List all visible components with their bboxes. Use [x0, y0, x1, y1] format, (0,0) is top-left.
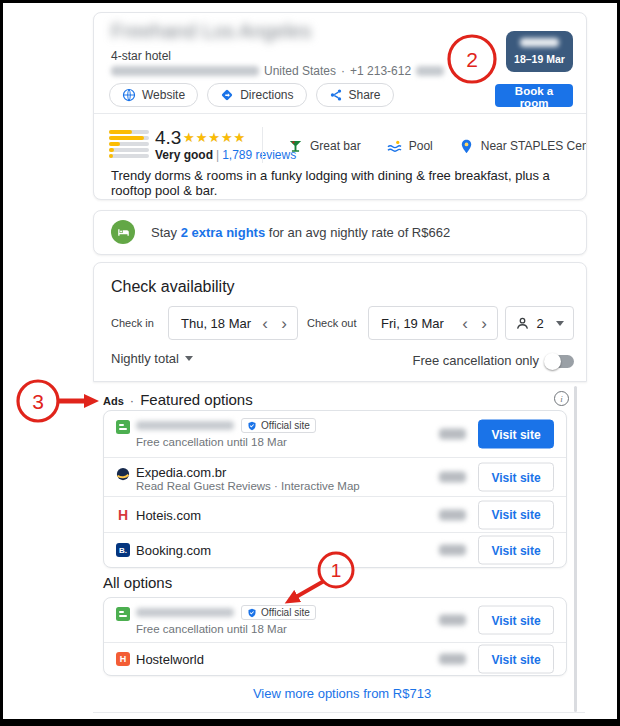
- info-icon[interactable]: i: [554, 391, 569, 406]
- card-divider: [94, 113, 586, 114]
- website-label: Website: [142, 88, 185, 102]
- nightly-total-label: Nightly total: [111, 351, 179, 366]
- ad-row-expedia[interactable]: Expedia.com.br Read Real Guest Reviews ·…: [104, 457, 566, 496]
- visit-site-button[interactable]: Visit site: [478, 420, 554, 449]
- expedia-icon: [116, 467, 130, 481]
- partner-name: Hostelworld: [136, 652, 204, 667]
- chip-dates: 18–19 Mar: [506, 53, 573, 65]
- guests-selector[interactable]: 2: [505, 306, 574, 340]
- redacted-phone-tail: [416, 66, 444, 76]
- visit-site-button[interactable]: Visit site: [478, 645, 554, 674]
- guests-count: 2: [536, 316, 543, 331]
- redacted-address: [111, 66, 259, 76]
- directions-label: Directions: [240, 88, 293, 102]
- promo-suffix: for an avg nightly rate of R$662: [265, 225, 450, 240]
- official-site-badge: Official site: [241, 418, 316, 433]
- availability-title: Check availability: [111, 278, 235, 296]
- reviews-link[interactable]: 1,789 reviews: [222, 148, 296, 162]
- scrollbar[interactable]: [574, 386, 577, 712]
- chevron-down-icon: [556, 321, 564, 326]
- redacted-partner-name: [136, 608, 234, 617]
- featured-options-card: Official site Free cancellation until 18…: [103, 410, 567, 568]
- ad-row-subtitle: Free cancellation until 18 Mar: [136, 436, 287, 448]
- date-prev-icon[interactable]: ‹: [459, 315, 471, 332]
- screenshot-frame: Freehand Los Angeles 4-star hotel United…: [0, 0, 620, 726]
- book-a-room-button[interactable]: Book a room: [495, 84, 573, 107]
- amenities-row: Great bar Pool Near STAPLES Center Near …: [288, 136, 586, 156]
- redacted-price: [439, 654, 466, 665]
- promo-prefix: Stay: [151, 225, 181, 240]
- date-prev-icon[interactable]: ‹: [259, 315, 271, 332]
- price-date-chip[interactable]: 18–19 Mar: [506, 31, 573, 72]
- extra-nights-link[interactable]: 2 extra nights: [181, 225, 266, 240]
- view-more-options-link[interactable]: View more options from R$713: [253, 686, 431, 701]
- hoteis-icon: H: [118, 508, 128, 522]
- hotel-header-card: Freehand Los Angeles 4-star hotel United…: [93, 12, 587, 200]
- redacted-price: [439, 429, 466, 440]
- address-country: United States: [264, 64, 336, 78]
- partner-name: Hoteis.com: [136, 507, 201, 522]
- redacted-price: [439, 472, 466, 483]
- amenity-great-bar: Great bar: [288, 139, 361, 154]
- hotel-brand-icon: [116, 607, 130, 621]
- check-out-value: Fri, 19 Mar: [369, 316, 444, 331]
- chevron-down-icon: [185, 356, 193, 361]
- redacted-price: [439, 615, 466, 626]
- redacted-chip-price: [520, 38, 559, 47]
- website-button[interactable]: Website: [109, 83, 198, 107]
- booking-icon: B.: [116, 543, 130, 557]
- hotel-address-line: United States · +1 213-612: [111, 64, 444, 78]
- share-label: Share: [349, 88, 381, 102]
- promo-banner: Stay 2 extra nights for an avg nightly r…: [93, 210, 587, 255]
- ad-row-hoteis[interactable]: H Hoteis.com Visit site: [104, 496, 566, 532]
- check-availability-card: Check availability Check in Thu, 18 Mar …: [93, 262, 587, 382]
- directions-icon: [220, 88, 234, 102]
- all-options-title: All options: [103, 574, 172, 591]
- option-row-subtitle: Free cancellation until 18 Mar: [136, 623, 287, 635]
- check-out-label: Check out: [307, 317, 357, 329]
- nightly-total-dropdown[interactable]: Nightly total: [111, 351, 193, 366]
- check-out-field[interactable]: Fri, 19 Mar ‹ ›: [368, 306, 498, 340]
- option-row-official-site[interactable]: Official site Free cancellation until 18…: [104, 598, 566, 642]
- option-row-hostelworld[interactable]: H Hostelworld Visit site: [104, 642, 566, 675]
- amenity-label: Great bar: [310, 139, 361, 153]
- official-site-badge: Official site: [241, 605, 316, 620]
- official-site-label: Official site: [261, 420, 310, 431]
- rating-score: 4.3: [155, 127, 181, 149]
- hostelworld-icon: H: [116, 652, 130, 666]
- all-options-card: Official site Free cancellation until 18…: [103, 597, 567, 676]
- partner-name: Expedia.com.br: [136, 465, 226, 480]
- hotel-description: Trendy dorms & rooms in a funky lodging …: [111, 168, 571, 198]
- martini-icon: [288, 139, 303, 154]
- globe-icon: [122, 88, 136, 102]
- visit-site-button[interactable]: Visit site: [478, 463, 554, 492]
- hotel-category: 4-star hotel: [111, 49, 171, 63]
- ratings-histogram: [109, 130, 149, 160]
- date-next-icon[interactable]: ›: [478, 315, 490, 332]
- redacted-price: [439, 545, 466, 556]
- directions-button[interactable]: Directions: [207, 83, 306, 107]
- bottom-divider: [93, 712, 585, 713]
- check-in-label: Check in: [111, 317, 154, 329]
- free-cancellation-toggle[interactable]: [546, 355, 574, 368]
- date-next-icon[interactable]: ›: [278, 315, 290, 332]
- ad-row-booking[interactable]: B. Booking.com Visit site: [104, 532, 566, 567]
- ad-row-official-site[interactable]: Official site Free cancellation until 18…: [104, 411, 566, 457]
- free-cancellation-label: Free cancellation only: [413, 353, 539, 368]
- ads-heading: Ads · Featured options: [103, 391, 253, 408]
- rating-summary: Very good|1,789 reviews: [155, 148, 296, 162]
- ads-label: Ads: [103, 395, 124, 407]
- featured-options-title: Featured options: [140, 391, 253, 408]
- visit-site-button[interactable]: Visit site: [478, 606, 554, 635]
- visit-site-button[interactable]: Visit site: [478, 500, 554, 529]
- redacted-partner-name: [136, 421, 234, 430]
- bed-icon: [111, 220, 135, 244]
- amenity-pool: Pool: [387, 139, 433, 154]
- share-button[interactable]: Share: [316, 83, 394, 107]
- hotel-panel: Freehand Los Angeles 4-star hotel United…: [3, 3, 617, 719]
- visit-site-button[interactable]: Visit site: [478, 536, 554, 565]
- person-icon: [515, 316, 530, 331]
- check-in-field[interactable]: Thu, 18 Mar ‹ ›: [168, 306, 298, 340]
- map-pin-icon: [459, 139, 474, 154]
- hotel-brand-icon: [116, 420, 130, 434]
